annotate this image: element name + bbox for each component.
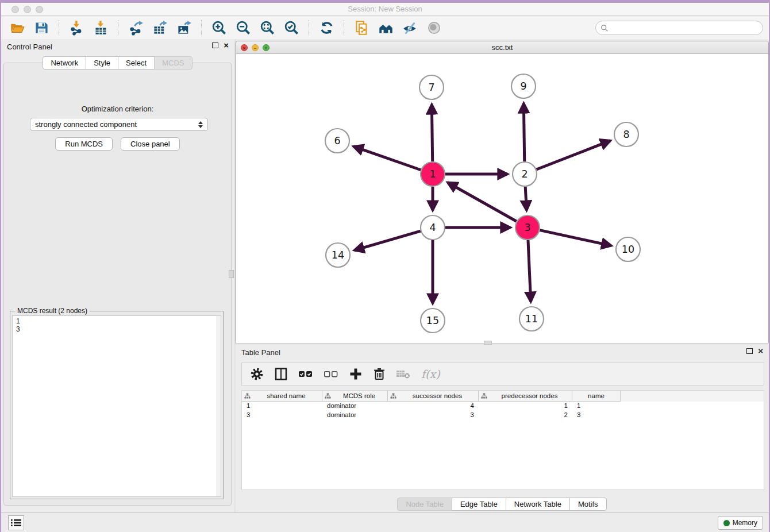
table-tabs: Node TableEdge TableNetwork TableMotifs — [236, 498, 769, 511]
node-14[interactable]: 14 — [326, 243, 350, 267]
edge-2-8[interactable] — [536, 141, 610, 169]
node-7[interactable]: 7 — [419, 75, 444, 99]
column-header-predecessor-nodes[interactable]: predecessor nodes — [479, 391, 572, 402]
result-scrollbar[interactable] — [216, 316, 221, 496]
table-row[interactable]: 3dominator323 — [242, 411, 764, 420]
edge-3-10[interactable] — [540, 230, 611, 246]
select-all-icon[interactable] — [298, 366, 313, 382]
export-network-icon[interactable] — [125, 19, 146, 37]
network-window-titlebar[interactable]: × − + scc.txt — [236, 41, 768, 54]
refresh-layout-icon[interactable] — [316, 19, 337, 37]
search-input[interactable] — [611, 24, 755, 32]
node-label: 4 — [429, 222, 436, 233]
eye-icon[interactable] — [424, 19, 444, 37]
node-3[interactable]: 3 — [515, 215, 540, 240]
node-8[interactable]: 8 — [614, 122, 638, 147]
tab-motifs[interactable]: Motifs — [569, 498, 607, 511]
main-toolbar — [1, 17, 769, 39]
table-row[interactable]: 1dominator411 — [242, 402, 764, 411]
edge-2-9[interactable] — [523, 103, 524, 161]
memory-button[interactable]: Memory — [718, 516, 763, 530]
delete-column-icon[interactable] — [373, 366, 386, 382]
deselect-all-icon[interactable] — [324, 366, 338, 382]
criterion-value: strongly connected component — [35, 120, 137, 129]
add-column-icon[interactable] — [349, 366, 363, 382]
column-header-successor-nodes[interactable]: successor nodes — [388, 391, 479, 402]
save-session-icon[interactable] — [31, 19, 52, 37]
toolbar-separator — [309, 20, 309, 36]
node-1[interactable]: 1 — [421, 162, 445, 186]
node-2[interactable]: 2 — [513, 162, 537, 186]
node-label: 3 — [524, 222, 530, 233]
mcds-result-text[interactable]: 1 3 — [12, 315, 221, 497]
import-network-icon[interactable] — [66, 19, 87, 37]
tab-edge-table[interactable]: Edge Table — [452, 498, 506, 511]
close-panel-button[interactable]: Close panel — [121, 137, 180, 151]
edge-4-14[interactable] — [355, 231, 421, 250]
control-panel-title: Control Panel — [7, 43, 52, 51]
gear-icon[interactable] — [250, 366, 264, 382]
export-image-icon[interactable] — [174, 19, 194, 37]
node-10[interactable]: 10 — [616, 237, 640, 261]
criterion-select[interactable]: strongly connected component — [30, 118, 208, 131]
node-4[interactable]: 4 — [421, 215, 445, 240]
edge-3-1[interactable] — [448, 183, 517, 221]
node-6[interactable]: 6 — [325, 129, 349, 153]
tab-network[interactable]: Network — [43, 56, 86, 70]
mcds-panel: Optimization criterion: strongly connect… — [3, 63, 232, 506]
columns-icon[interactable] — [274, 366, 288, 382]
column-header-MCDS-role[interactable]: MCDS role — [322, 391, 388, 402]
float-panel-icon[interactable] — [212, 43, 218, 48]
node-11[interactable]: 11 — [519, 307, 544, 331]
cell-shared-name[interactable]: 1 — [242, 402, 322, 411]
zoom-in-icon[interactable] — [209, 19, 229, 37]
cell-MCDS-role[interactable]: dominator — [322, 402, 388, 411]
optimization-criterion-label: Optimization criterion: — [4, 105, 231, 113]
export-table-icon[interactable] — [149, 19, 170, 37]
network-canvas[interactable]: 7968124314101511 — [236, 54, 768, 343]
open-file-icon[interactable] — [7, 19, 28, 37]
search-field[interactable] — [595, 21, 763, 35]
cell-successor-nodes[interactable]: 4 — [388, 402, 479, 411]
cell-MCDS-role[interactable]: dominator — [322, 411, 388, 420]
vertical-splitter-handle[interactable] — [229, 270, 234, 278]
column-type-icon — [244, 393, 251, 399]
tab-node-table[interactable]: Node Table — [397, 498, 452, 511]
control-panel: Control Panel × NetworkStyleSelectMCDS O… — [1, 39, 234, 512]
float-table-panel-icon[interactable] — [746, 348, 753, 354]
tab-style[interactable]: Style — [86, 56, 118, 70]
edge-3-11[interactable] — [528, 240, 531, 302]
network-window: × − + scc.txt 7968124314101511 — [236, 41, 769, 343]
cell-name[interactable]: 3 — [572, 411, 621, 420]
import-table-icon[interactable] — [90, 19, 111, 37]
column-header-shared-name[interactable]: shared name — [242, 391, 322, 402]
hide-panel-eye-icon[interactable] — [399, 19, 420, 37]
clone-network-icon[interactable] — [351, 19, 372, 37]
cell-shared-name[interactable]: 3 — [242, 411, 322, 420]
run-mcds-button[interactable]: Run MCDS — [55, 137, 113, 151]
tab-network-table[interactable]: Network Table — [506, 498, 570, 511]
zoom-selected-icon[interactable] — [281, 19, 302, 37]
edge-2-3[interactable] — [525, 187, 526, 210]
close-panel-icon[interactable]: × — [224, 43, 229, 48]
edge-1-7[interactable] — [432, 105, 432, 161]
column-header-name[interactable]: name — [572, 391, 621, 402]
node-9[interactable]: 9 — [511, 74, 536, 98]
cell-predecessor-nodes[interactable]: 2 — [479, 411, 572, 420]
cell-predecessor-nodes[interactable]: 1 — [479, 402, 572, 411]
table-body: 1dominator4113dominator323 — [242, 402, 764, 420]
node-15[interactable]: 15 — [421, 309, 445, 333]
horizontal-splitter-handle[interactable] — [484, 341, 492, 345]
tab-select[interactable]: Select — [118, 56, 155, 70]
close-table-panel-icon[interactable]: × — [758, 348, 763, 354]
task-history-button[interactable] — [8, 515, 24, 530]
memory-label: Memory — [733, 519, 757, 527]
zoom-fit-icon[interactable] — [257, 19, 278, 37]
column-type-icon — [325, 393, 331, 399]
cell-successor-nodes[interactable]: 3 — [388, 411, 479, 420]
cell-name[interactable]: 1 — [572, 402, 621, 411]
network-overview-icon[interactable] — [375, 19, 396, 37]
edge-1-6[interactable] — [353, 147, 421, 170]
tab-mcds[interactable]: MCDS — [154, 56, 192, 70]
zoom-out-icon[interactable] — [233, 19, 253, 37]
